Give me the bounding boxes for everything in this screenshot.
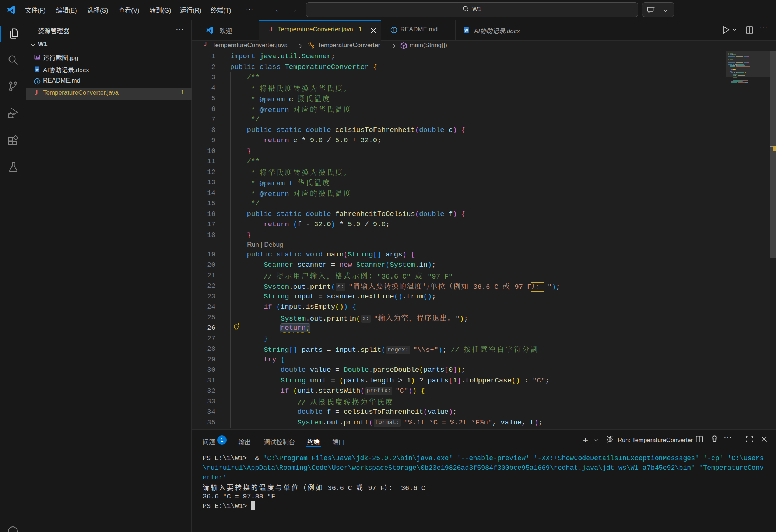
svg-text:W: W [35, 68, 39, 71]
